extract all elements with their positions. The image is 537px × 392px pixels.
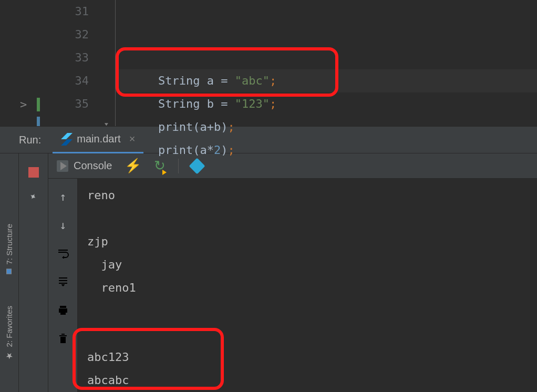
structure-icon [7, 269, 12, 274]
clear-button[interactable] [54, 330, 72, 347]
editor-left-strip: > [0, 0, 22, 126]
code-area[interactable]: String a = "abc"; String b = "123"; prin… [116, 0, 537, 126]
gutter-change-marker [37, 98, 40, 111]
tab-favorites[interactable]: ★ 2: Favorites [4, 306, 14, 361]
flutter-icon [61, 133, 71, 146]
scroll-to-end-button[interactable] [54, 273, 72, 290]
tab-structure[interactable]: 7: Structure [5, 224, 14, 274]
console-tab[interactable]: Console [57, 160, 112, 172]
tab-favorites-label: 2: Favorites [5, 306, 14, 347]
run-label: Run: [0, 134, 50, 146]
toolbar-divider [178, 159, 179, 173]
scroll-down-button[interactable]: ↓ [54, 216, 72, 233]
console-icon [57, 160, 68, 172]
line-number: 35 [22, 92, 89, 116]
side-tool-tabs: 7: Structure ★ 2: Favorites [0, 153, 19, 392]
print-button[interactable] [54, 302, 72, 318]
code-line[interactable]: String b = "123"; [130, 92, 537, 116]
line-number: 34 [22, 69, 89, 92]
close-icon[interactable]: × [129, 133, 136, 145]
hot-reload-button[interactable]: ⚡ [125, 158, 141, 174]
run-tab-label: main.dart [77, 133, 120, 145]
hot-restart-button[interactable]: ↻ [154, 158, 166, 174]
fold-margin: ▾ [98, 0, 116, 126]
pin-button[interactable]: ✦ [27, 188, 40, 203]
soft-wrap-button[interactable] [54, 245, 72, 262]
console-tab-label: Console [74, 160, 112, 172]
fold-expand-icon[interactable]: > [20, 98, 27, 111]
star-icon: ★ [4, 351, 14, 361]
line-number: 32 [22, 23, 89, 46]
line-number-gutter: 3132333435 [22, 0, 98, 126]
run-panel: 7: Structure ★ 2: Favorites ✦ Console ⚡ … [0, 153, 537, 392]
line-number: 31 [22, 0, 89, 23]
line-number: 33 [22, 46, 89, 69]
run-tool-header: Run: main.dart × [0, 126, 537, 153]
tab-structure-label: 7: Structure [5, 224, 14, 265]
console-gutter: ↑ ↓ [48, 179, 78, 392]
devtools-button[interactable] [189, 158, 205, 174]
scroll-up-button[interactable]: ↑ [54, 188, 72, 205]
run-toolbar: ✦ [19, 153, 48, 392]
run-body: Console ⚡ ↻ ↑ ↓ [48, 153, 537, 392]
console-output[interactable]: reno zjp jay reno1 abc123 abcabc [78, 179, 537, 392]
stop-button[interactable] [28, 167, 39, 178]
console-wrap: ↑ ↓ reno zjp jay reno1 abc123 abcabc [48, 179, 537, 392]
code-editor[interactable]: > 3132333435 ▾ String a = "abc"; String … [0, 0, 537, 126]
console-toolbar: Console ⚡ ↻ [48, 153, 537, 179]
run-tab-main[interactable]: main.dart × [53, 126, 143, 153]
